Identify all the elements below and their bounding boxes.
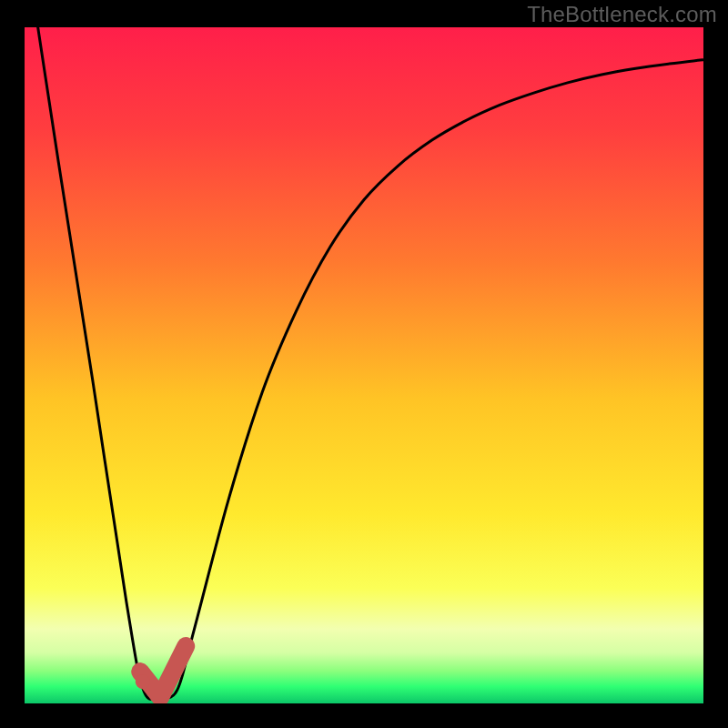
app-root: TheBottleneck.com [0, 0, 728, 728]
watermark-text: TheBottleneck.com [527, 2, 717, 27]
check-mark-icon [140, 646, 186, 697]
balance-point-dot [136, 674, 150, 689]
plot-area [25, 27, 703, 703]
chart-overlay [25, 27, 703, 703]
bottleneck-curve [25, 27, 703, 699]
